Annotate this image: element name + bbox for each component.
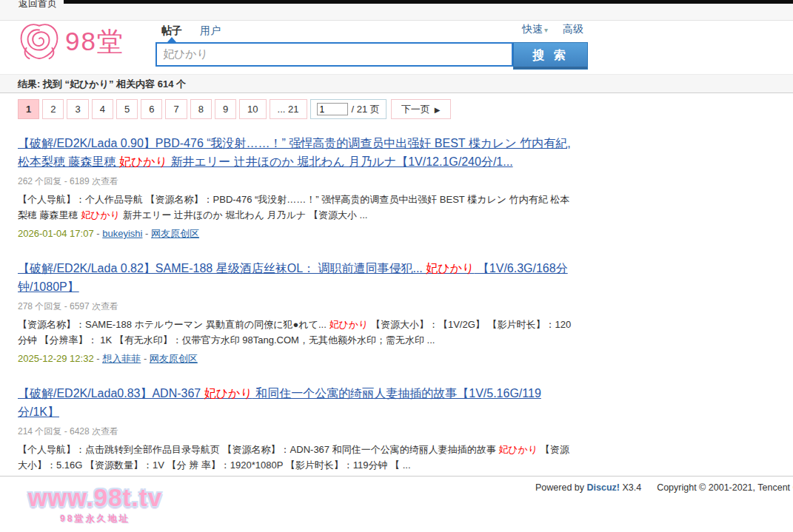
page-button-last[interactable]: ... 21 bbox=[270, 99, 307, 119]
result-item: 【破解/ED2K/Lada0.83】ADN-367 妃ひかり 和同住一个公寓的绮… bbox=[18, 384, 576, 491]
active-tab-caret-icon bbox=[167, 37, 176, 42]
copyright-text: Copyright © 2001-2021, Tencent Clou bbox=[657, 482, 793, 493]
footer-credits: Powered by Discuz! X3.4 Copyright © 2001… bbox=[535, 482, 793, 493]
page-button[interactable]: 8 bbox=[190, 99, 212, 119]
top-black-strip bbox=[64, 0, 793, 4]
highlight-keyword: 妃ひかり bbox=[329, 319, 368, 330]
chevron-down-icon: ▾ bbox=[544, 26, 548, 34]
page-jump-input[interactable] bbox=[317, 103, 348, 115]
rose-logo-icon bbox=[16, 21, 62, 62]
next-page-button[interactable]: 下一页▶ bbox=[391, 99, 451, 119]
result-description: 【个人导航】：个人作品导航 【资源名称】：PBD-476 “我没射……！” 强悍… bbox=[18, 192, 576, 223]
logo-text: 98堂 bbox=[65, 24, 124, 59]
page-jump-box: / 21 页 bbox=[310, 99, 387, 119]
page-button[interactable]: 5 bbox=[116, 99, 138, 119]
result-footer: 2026-01-04 17:07 - bukeyishi - 网友原创区 bbox=[18, 227, 576, 240]
highlight-keyword: 妃ひかり bbox=[204, 387, 252, 400]
search-input[interactable] bbox=[155, 42, 513, 67]
page-button[interactable]: 3 bbox=[67, 99, 88, 119]
pagination-top: 1 2 3 4 5 6 7 8 9 10 ... 21 / 21 页 下一页▶ bbox=[0, 93, 793, 119]
result-item: 【破解/ED2K/Lada 0.90】PBD-476 “我没射……！” 强悍高贵… bbox=[18, 134, 576, 240]
result-author-link[interactable]: 想入菲菲 bbox=[102, 353, 141, 364]
search-results-list: 【破解/ED2K/Lada 0.90】PBD-476 “我没射……！” 强悍高贵… bbox=[0, 119, 576, 491]
site-logo[interactable]: 98堂 bbox=[16, 21, 124, 62]
page-button[interactable]: 4 bbox=[92, 99, 113, 119]
watermark-domain: www.98t.tv bbox=[12, 484, 178, 512]
advanced-search-link[interactable]: 高级 bbox=[563, 23, 583, 36]
page-total-label: / 21 页 bbox=[352, 103, 380, 116]
result-summary-bar: 结果: 找到 “妃ひかり” 相关内容 614 个 bbox=[0, 74, 793, 93]
result-title-link[interactable]: 【破解/ED2K/Lada0.83】ADN-367 妃ひかり 和同住一个公寓的绮… bbox=[18, 384, 576, 421]
highlight-keyword: 妃ひかり bbox=[426, 262, 474, 275]
page-footer: Powered by Discuz! X3.4 Copyright © 2001… bbox=[0, 476, 793, 532]
tab-posts[interactable]: 帖子 bbox=[161, 24, 182, 38]
result-footer: 2025-12-29 12:32 - 想入菲菲 - 网友原创区 bbox=[18, 352, 576, 366]
result-date: 2025-12-29 12:32 bbox=[18, 353, 94, 364]
search-button[interactable]: 搜 索 bbox=[513, 42, 588, 70]
result-author-link[interactable]: bukeyishi bbox=[102, 228, 142, 239]
next-arrow-icon: ▶ bbox=[435, 106, 441, 114]
result-title-link[interactable]: 【破解/ED2K/Lada 0.90】PBD-476 “我没射……！” 强悍高贵… bbox=[18, 134, 576, 171]
page-button[interactable]: 10 bbox=[239, 99, 266, 119]
search-mode-links: 快速▾ 高级 bbox=[522, 23, 583, 36]
result-meta: 262 个回复 - 6189 次查看 bbox=[18, 175, 576, 188]
highlight-keyword: 妃ひかり bbox=[498, 444, 538, 455]
discuz-link[interactable]: Discuz! bbox=[587, 482, 620, 493]
result-description: 【个人导航】：点击跳转到全部作品目录导航页 【资源名称】：ADN-367 和同住… bbox=[18, 442, 576, 473]
top-bar: 返回首页 bbox=[0, 0, 793, 21]
result-forum-link[interactable]: 网友原创区 bbox=[150, 353, 198, 364]
result-meta: 278 个回复 - 6597 次查看 bbox=[18, 300, 576, 313]
page-button[interactable]: 9 bbox=[215, 99, 236, 119]
result-title-link[interactable]: 【破解/ED2K/Lada 0.82】SAME-188 星级酒店丝袜OL： 调职… bbox=[18, 259, 576, 296]
result-date: 2026-01-04 17:07 bbox=[18, 228, 94, 239]
result-forum-link[interactable]: 网友原创区 bbox=[151, 228, 199, 239]
result-item: 【破解/ED2K/Lada 0.82】SAME-188 星级酒店丝袜OL： 调职… bbox=[18, 259, 576, 366]
watermark-subtitle: 98堂永久地址 bbox=[12, 513, 178, 525]
tab-users[interactable]: 用户 bbox=[200, 24, 221, 38]
result-description: 【资源名称】：SAME-188 ホテルウーマン 異動直前の同僚に犯●れて... … bbox=[18, 317, 576, 348]
page-button[interactable]: 6 bbox=[141, 99, 162, 119]
page-button[interactable]: 2 bbox=[42, 99, 64, 119]
page-button[interactable]: 7 bbox=[165, 99, 187, 119]
header: 98堂 帖子 用户 搜 索 快速▾ 高级 bbox=[0, 21, 793, 74]
site-watermark: www.98t.tv 98堂永久地址 bbox=[12, 484, 178, 525]
highlight-keyword: 妃ひかり bbox=[81, 209, 120, 220]
page-button-current[interactable]: 1 bbox=[18, 99, 39, 119]
highlight-keyword: 妃ひかり bbox=[119, 155, 167, 168]
back-home-link[interactable]: 返回首页 bbox=[19, 0, 57, 10]
quick-search-link[interactable]: 快速▾ bbox=[522, 23, 548, 36]
result-summary-text: 结果: 找到 “妃ひかり” 相关内容 614 个 bbox=[18, 78, 186, 90]
result-meta: 214 个回复 - 6428 次查看 bbox=[18, 425, 576, 438]
